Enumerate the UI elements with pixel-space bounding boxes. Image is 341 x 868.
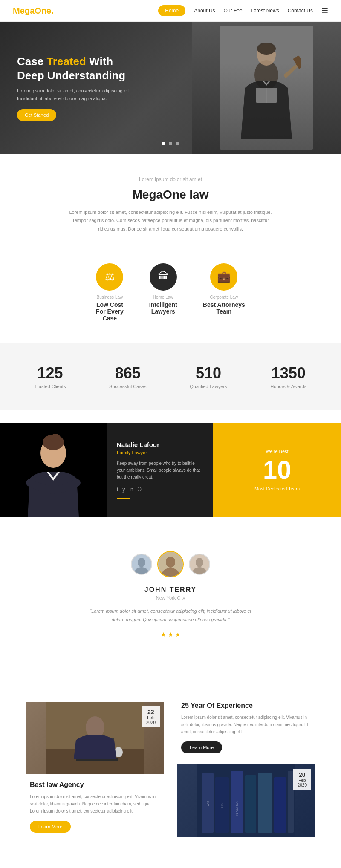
blog-date-badge-2: 20 Feb 2020 xyxy=(293,769,311,790)
stat-clients-number: 125 xyxy=(35,364,66,382)
stat-cases: 865 Successful Cases xyxy=(109,364,146,389)
stat-cases-number: 865 xyxy=(109,364,146,382)
team-other-icon[interactable]: © xyxy=(138,487,142,493)
blog-card-1: 22 Feb 2020 Best law Agency Lorem ipsum … xyxy=(26,689,164,837)
blog-desc-2: Lorem ipsum dolor sit amet, consectetur … xyxy=(181,714,315,735)
nav-about[interactable]: About Us xyxy=(194,8,215,14)
team-linkedin-icon[interactable]: in xyxy=(129,487,133,493)
feature-label-3: Corporate Law xyxy=(210,295,238,300)
blog-image-2: LAW STATE JOURNAL 20 Feb 2020 xyxy=(177,764,315,837)
blog-text-2: 25 Year Of Experience Lorem ipsum dolor … xyxy=(177,695,315,758)
testimonial-avatars xyxy=(13,551,328,577)
testimonial-avatar-3[interactable] xyxy=(189,554,210,575)
blog-image-1: 22 Feb 2020 xyxy=(26,702,164,774)
hero-dot-1[interactable] xyxy=(162,142,165,145)
blog-desc-1: Lorem ipsum dolor sit amet, consectetur … xyxy=(30,793,164,815)
feature-corporate-law: 💼 Corporate Law Best AttorneysTeam xyxy=(203,263,245,322)
svg-point-18 xyxy=(196,558,203,567)
feature-label-2: Home Law xyxy=(153,295,173,300)
hero-cta-button[interactable]: Get Started xyxy=(17,109,56,121)
star-3: ★ xyxy=(175,631,181,638)
award-number: 10 xyxy=(263,457,292,483)
testimonial-location: New York City xyxy=(13,595,328,600)
feature-label-1: Business Law xyxy=(97,295,123,300)
nav-news[interactable]: Latest News xyxy=(251,8,279,14)
testimonial-section: JOHN TERRY New York City "Lorem ipsum do… xyxy=(0,530,341,659)
award-label: We're Best xyxy=(266,449,288,454)
svg-text:LAW: LAW xyxy=(206,799,210,806)
team-section: Natalie Lafour Family Lawyer Keep away f… xyxy=(0,423,341,517)
svg-rect-31 xyxy=(258,773,272,833)
svg-rect-30 xyxy=(245,775,256,833)
stat-lawyers: 510 Qualified Lawyers xyxy=(190,364,227,389)
feature-business-law: ⚖ Business Law Low CostFor EveryCase xyxy=(96,263,124,322)
nav-links: Home About Us Our Fee Latest News Contac… xyxy=(158,5,328,16)
feature-title-2: IntelligentLawyers xyxy=(149,301,177,315)
blog-date-badge-1: 22 Feb 2020 xyxy=(142,706,160,727)
nav-home[interactable]: Home xyxy=(158,5,185,16)
blog-cta-1[interactable]: Learn More xyxy=(30,821,71,833)
intro-section: Lorem ipsum dolor sit am et MegaOne law … xyxy=(0,154,341,246)
corporate-law-icon: 💼 xyxy=(210,263,237,291)
feature-title-1: Low CostFor EveryCase xyxy=(96,301,124,322)
testimonial-avatar-1[interactable] xyxy=(131,554,152,575)
blog-section: 22 Feb 2020 Best law Agency Lorem ipsum … xyxy=(0,672,341,854)
stat-clients: 125 Trusted Clients xyxy=(35,364,66,389)
stat-awards-label: Honors & Awards xyxy=(270,384,306,389)
testimonial-name: JOHN TERRY xyxy=(13,586,328,594)
svg-point-12 xyxy=(138,558,145,567)
home-law-icon: 🏛 xyxy=(150,263,177,291)
feature-title-3: Best AttorneysTeam xyxy=(203,301,245,315)
team-award: We're Best 10 Most Dedicated Team xyxy=(213,423,341,517)
blog-grid: 22 Feb 2020 Best law Agency Lorem ipsum … xyxy=(26,689,315,837)
team-quote: Keep away from people who try to belittl… xyxy=(117,460,203,481)
stats-section: 125 Trusted Clients 865 Successful Cases… xyxy=(0,343,341,410)
blog-title-2: 25 Year Of Experience xyxy=(181,702,315,709)
testimonial-avatar-2[interactable] xyxy=(157,551,184,577)
stat-clients-label: Trusted Clients xyxy=(35,384,66,389)
stat-lawyers-label: Qualified Lawyers xyxy=(190,384,227,389)
stat-cases-label: Successful Cases xyxy=(109,384,146,389)
nav-contact[interactable]: Contact Us xyxy=(288,8,313,14)
svg-text:STATE: STATE xyxy=(220,803,223,812)
hero-dots xyxy=(162,142,179,145)
navbar: MegaOne. Home About Us Our Fee Latest Ne… xyxy=(0,0,341,22)
team-twitter-icon[interactable]: y xyxy=(122,487,125,493)
hamburger-icon[interactable]: ☰ xyxy=(321,6,328,15)
team-divider xyxy=(117,498,130,499)
stat-awards: 1350 Honors & Awards xyxy=(270,364,306,389)
hero-title: Case Treated WithDeep Understanding xyxy=(17,55,324,84)
hero-dot-3[interactable] xyxy=(176,142,179,145)
star-2: ★ xyxy=(168,631,173,638)
brand-logo[interactable]: MegaOne. xyxy=(13,6,54,16)
stat-lawyers-number: 510 xyxy=(190,364,227,382)
hero-section: Case Treated WithDeep Understanding Lore… xyxy=(0,22,341,154)
hero-dot-2[interactable] xyxy=(169,142,172,145)
svg-text:JOURNAL: JOURNAL xyxy=(235,801,239,817)
features-section: ⚖ Business Law Low CostFor EveryCase 🏛 H… xyxy=(0,246,341,343)
intro-sub: Lorem ipsum dolor sit am et xyxy=(64,175,277,185)
testimonial-stars: ★ ★ ★ xyxy=(13,631,328,638)
testimonial-text: "Lorem ipsum dolor sit amet, consectetur… xyxy=(90,607,251,624)
hero-content: Case Treated WithDeep Understanding Lore… xyxy=(0,37,341,138)
intro-description: Lorem ipsum dolor sit amet, consectetur … xyxy=(64,208,277,234)
svg-point-10 xyxy=(50,434,61,442)
business-law-icon: ⚖ xyxy=(96,263,123,291)
team-social-links: f y in © xyxy=(117,487,203,493)
blog-cta-2[interactable]: Learn More xyxy=(181,741,222,753)
blog-card-2: 25 Year Of Experience Lorem ipsum dolor … xyxy=(177,689,315,837)
team-photo xyxy=(0,423,107,517)
blog-title-1: Best law Agency xyxy=(30,781,164,789)
team-name: Natalie Lafour xyxy=(117,441,203,448)
team-facebook-icon[interactable]: f xyxy=(117,487,118,493)
team-photo-inner xyxy=(0,423,107,517)
team-info: Natalie Lafour Family Lawyer Keep away f… xyxy=(107,423,213,517)
award-sub: Most Dedicated Team xyxy=(254,486,300,491)
stat-awards-number: 1350 xyxy=(270,364,306,382)
feature-home-law: 🏛 Home Law IntelligentLawyers xyxy=(149,263,177,322)
hero-description: Lorem ipsum dolor sit amet, consectetur … xyxy=(17,87,136,102)
team-role: Family Lawyer xyxy=(117,450,203,455)
svg-rect-32 xyxy=(274,777,286,833)
svg-rect-33 xyxy=(288,771,294,833)
nav-fee[interactable]: Our Fee xyxy=(224,8,243,14)
